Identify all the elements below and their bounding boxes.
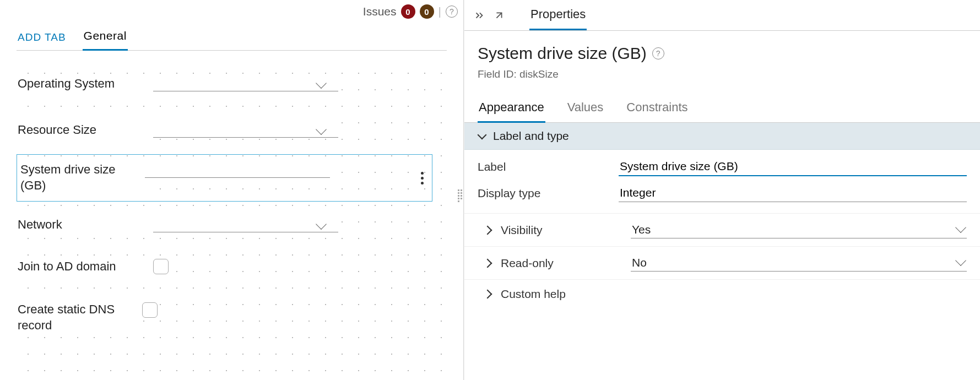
checkbox-input[interactable] [142, 302, 158, 318]
field-network[interactable]: Network [17, 208, 432, 241]
help-icon[interactable]: ? [652, 47, 664, 59]
form-tabs: ADD TAB General [17, 28, 447, 51]
checkbox-input[interactable] [153, 259, 169, 274]
properties-title: System drive size (GB) ? [478, 44, 967, 63]
row-visibility-name: Visibility [501, 224, 621, 237]
visibility-value: Yes [632, 223, 651, 236]
form-designer-canvas: Issues 0 0 | ? ADD TAB General Operating… [0, 0, 464, 380]
chevron-right-icon [483, 258, 492, 268]
section-custom-help[interactable]: Custom help [464, 279, 980, 308]
field-label: System drive size (GB) [19, 160, 145, 196]
issues-label: Issues [363, 5, 397, 18]
properties-panel: Properties System drive size (GB) ? Fiel… [464, 0, 980, 380]
tab-general[interactable]: General [83, 27, 128, 51]
properties-subtabs: Appearance Values Constraints [464, 96, 980, 123]
section-visibility[interactable]: Visibility Yes [464, 213, 980, 246]
field-join-ad[interactable]: Join to AD domain [17, 250, 432, 283]
readonly-value: No [632, 256, 647, 269]
row-readonly-name: Read-only [501, 257, 621, 270]
dropdown-input[interactable] [153, 122, 338, 138]
divider: | [438, 5, 441, 18]
properties-panel-header: Properties [464, 0, 980, 31]
field-resource-size[interactable]: Resource Size [17, 113, 432, 146]
chevron-right-icon [483, 290, 492, 299]
issues-bar: Issues 0 0 | ? [363, 4, 458, 19]
chevron-down-icon [478, 131, 487, 140]
issues-badge-warning[interactable]: 0 [420, 4, 434, 19]
field-actions-menu-icon[interactable] [416, 170, 427, 186]
canvas: Operating System Resource Size System dr… [17, 59, 456, 380]
field-system-drive-size[interactable]: System drive size (GB) [17, 154, 432, 202]
field-id-label: Field ID: diskSize [478, 68, 967, 80]
chevron-down-icon [316, 124, 327, 135]
row-label-name: Label [478, 160, 619, 173]
chevron-down-icon [316, 78, 327, 89]
dropdown-input[interactable] [153, 217, 338, 232]
readonly-select[interactable]: No [631, 254, 967, 272]
chevron-down-icon [955, 222, 966, 233]
properties-tab[interactable]: Properties [529, 0, 587, 30]
properties-title-block: System drive size (GB) ? Field ID: diskS… [464, 31, 980, 86]
chevron-down-icon [955, 255, 966, 266]
tab-constraints[interactable]: Constraints [625, 96, 689, 122]
issues-badge-error[interactable]: 0 [401, 4, 415, 19]
field-label: Resource Size [17, 120, 153, 140]
help-icon[interactable]: ? [446, 6, 458, 18]
text-input[interactable] [145, 162, 330, 178]
row-custom-help-name: Custom help [501, 287, 566, 301]
expand-panel-icon[interactable] [493, 9, 505, 21]
field-label: Create static DNS record [17, 300, 142, 335]
add-tab-button[interactable]: ADD TAB [17, 29, 67, 50]
field-label: Join to AD domain [17, 257, 153, 277]
title-text: System drive size (GB) [478, 44, 647, 63]
section-read-only[interactable]: Read-only No [464, 246, 980, 279]
collapse-panel-icon[interactable] [473, 9, 485, 21]
section-title: Label and type [493, 129, 569, 143]
dropdown-input[interactable] [153, 76, 338, 91]
field-label: Network [17, 215, 153, 235]
chevron-right-icon [483, 225, 492, 235]
chevron-down-icon [316, 219, 327, 230]
tab-values[interactable]: Values [566, 96, 605, 122]
field-label: Operating System [17, 74, 153, 94]
tab-appearance[interactable]: Appearance [478, 96, 545, 123]
label-input[interactable] [619, 158, 967, 176]
section-label-and-type[interactable]: Label and type [464, 123, 980, 150]
visibility-select[interactable]: Yes [631, 221, 967, 238]
label-type-grid: Label Display type [464, 150, 980, 213]
display-type-input[interactable] [619, 184, 967, 202]
row-display-type-name: Display type [478, 187, 619, 200]
field-operating-system[interactable]: Operating System [17, 67, 432, 100]
field-static-dns[interactable]: Create static DNS record [17, 294, 432, 341]
